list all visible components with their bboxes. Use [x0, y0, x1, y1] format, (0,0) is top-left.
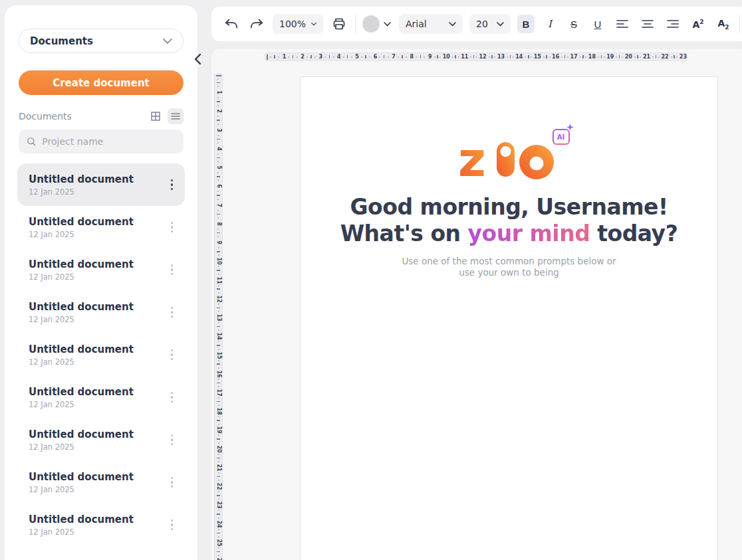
- document-date: 12 Jan 2025: [29, 315, 134, 324]
- document-title: Untitled document: [29, 513, 134, 525]
- search-box: [19, 130, 184, 153]
- greeting-heading: Good morning, Username! What's on your m…: [301, 194, 717, 247]
- workspace-selector[interactable]: Documents: [19, 29, 184, 53]
- document-menu-button[interactable]: [168, 517, 176, 533]
- documents-section-label: Documents: [19, 111, 72, 122]
- text-color-select[interactable]: [362, 15, 391, 33]
- document-list-item[interactable]: Untitled document 12 Jan 2025: [17, 163, 185, 206]
- chevron-down-icon: [384, 22, 391, 27]
- align-center-button[interactable]: [638, 15, 657, 33]
- document-page[interactable]: z AI Good morning, Username! What's on y…: [300, 76, 718, 560]
- documents-list-header: Documents: [19, 108, 184, 125]
- zoom-select[interactable]: 100%: [273, 14, 323, 34]
- undo-icon: [224, 18, 239, 30]
- list-view-icon: [170, 111, 181, 122]
- editor-toolbar: 100% Arial 20 B I S U A2 A2: [211, 7, 742, 41]
- italic-button[interactable]: I: [541, 15, 558, 33]
- chevron-left-icon: [194, 53, 201, 65]
- subscript-label: A: [717, 18, 725, 29]
- document-list-item[interactable]: Untitled document 12 Jan 2025: [17, 248, 185, 291]
- document-date: 12 Jan 2025: [29, 527, 134, 537]
- subscript-sub: 2: [725, 23, 729, 30]
- toolbar-divider: [739, 14, 740, 34]
- subscript-button[interactable]: A2: [714, 18, 733, 31]
- zoom-value: 100%: [279, 19, 306, 29]
- document-menu-button[interactable]: [168, 219, 176, 236]
- horizontal-ruler: 1234567891011121314151617181920212223: [265, 52, 687, 61]
- sidebar-collapse-button[interactable]: [191, 53, 203, 66]
- chevron-down-icon: [163, 39, 172, 44]
- document-date: 12 Jan 2025: [29, 272, 134, 282]
- document-date: 12 Jan 2025: [29, 400, 134, 409]
- document-title: Untitled document: [29, 471, 134, 483]
- align-left-button[interactable]: [613, 15, 632, 33]
- print-button[interactable]: [330, 15, 348, 33]
- subtitle-line2: use your own to being: [459, 267, 559, 278]
- align-right-icon: [666, 19, 680, 29]
- chevron-down-icon: [311, 22, 316, 27]
- document-date: 12 Jan 2025: [29, 230, 134, 239]
- grid-view-icon: [150, 111, 161, 122]
- search-input[interactable]: [42, 136, 176, 147]
- vertical-ruler: 1234567891011121314151617181920212223242…: [214, 73, 223, 560]
- undo-button[interactable]: [222, 15, 241, 33]
- document-menu-button[interactable]: [168, 389, 176, 406]
- create-document-button[interactable]: Create document: [19, 70, 184, 95]
- bold-button[interactable]: B: [517, 15, 535, 33]
- chevron-down-icon: [449, 22, 456, 27]
- document-list-item[interactable]: Untitled document 12 Jan 2025: [17, 461, 185, 504]
- document-list-item[interactable]: Untitled document 12 Jan 2025: [17, 419, 185, 461]
- document-menu-button[interactable]: [168, 347, 176, 363]
- document-title: Untitled document: [29, 343, 134, 355]
- document-menu-button[interactable]: [168, 177, 176, 193]
- strikethrough-button[interactable]: S: [565, 15, 582, 33]
- superscript-label: A: [692, 19, 699, 29]
- document-menu-button[interactable]: [168, 474, 176, 491]
- workspace-selector-label: Documents: [30, 35, 93, 47]
- document-list: Untitled document 12 Jan 2025 Untitled d…: [17, 163, 185, 546]
- redo-icon: [249, 18, 264, 30]
- document-title: Untitled document: [29, 216, 134, 228]
- document-title: Untitled document: [29, 173, 134, 185]
- sparkle-icon: [566, 124, 574, 131]
- document-title: Untitled document: [29, 301, 134, 313]
- font-size-value: 20: [476, 19, 488, 29]
- document-menu-button[interactable]: [168, 432, 176, 448]
- toolbar-divider: [355, 14, 356, 34]
- greeting-line2-suffix: today?: [590, 221, 678, 246]
- list-view-button[interactable]: [168, 108, 184, 124]
- align-center-icon: [641, 19, 654, 29]
- document-menu-button[interactable]: [168, 304, 176, 321]
- color-swatch-circle: [362, 15, 380, 33]
- ai-badge: AI: [553, 129, 570, 145]
- document-list-item[interactable]: Untitled document 12 Jan 2025: [17, 376, 185, 419]
- font-family-select[interactable]: Arial: [399, 14, 463, 34]
- redo-button[interactable]: [247, 15, 266, 33]
- document-list-item[interactable]: Untitled document 12 Jan 2025: [17, 291, 185, 333]
- underline-button[interactable]: U: [589, 15, 606, 33]
- align-left-icon: [616, 19, 629, 29]
- document-menu-button[interactable]: [168, 262, 176, 278]
- document-date: 12 Jan 2025: [29, 357, 134, 367]
- document-list-item[interactable]: Untitled document 12 Jan 2025: [17, 333, 185, 376]
- superscript-exp: 2: [699, 19, 703, 25]
- font-family-value: Arial: [406, 19, 427, 29]
- subtitle-line1: Use one of the most common prompts below…: [402, 256, 616, 266]
- document-title: Untitled document: [29, 428, 134, 440]
- zio-logo-image: z: [459, 138, 559, 179]
- zio-logo: z AI: [459, 138, 559, 179]
- superscript-button[interactable]: A2: [689, 19, 707, 30]
- document-date: 12 Jan 2025: [29, 485, 134, 494]
- greeting-line1: Good morning, Username!: [350, 194, 668, 220]
- greeting-line2-prefix: What's on: [340, 221, 468, 246]
- font-size-select[interactable]: 20: [469, 14, 511, 34]
- editor-canvas: 1234567891011121314151617181920212223 12…: [211, 49, 742, 560]
- greeting-highlight: your mind: [468, 221, 590, 246]
- document-list-item[interactable]: Untitled document 12 Jan 2025: [17, 206, 185, 248]
- search-icon: [27, 136, 36, 147]
- align-right-button[interactable]: [664, 15, 682, 33]
- grid-view-button[interactable]: [148, 108, 164, 124]
- document-list-item[interactable]: Untitled document 12 Jan 2025: [17, 504, 185, 546]
- greeting-subtitle: Use one of the most common prompts below…: [301, 256, 717, 278]
- chevron-down-icon: [497, 22, 504, 27]
